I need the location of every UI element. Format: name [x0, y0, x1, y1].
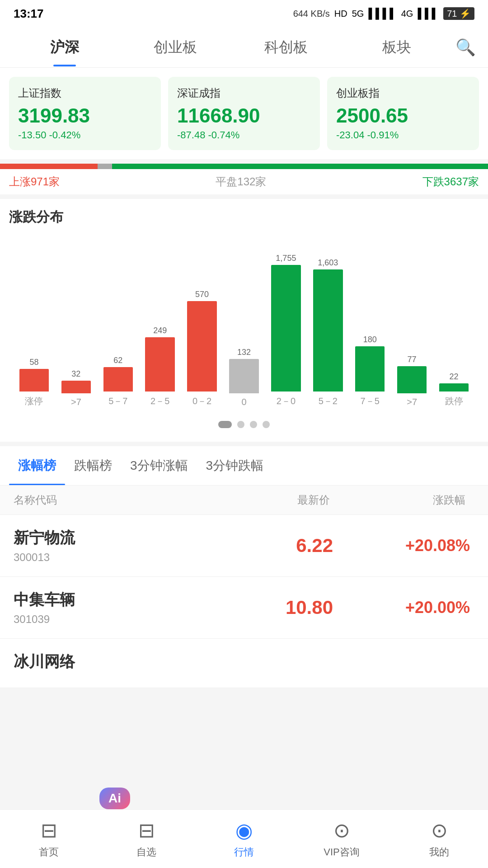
index-card-shangzheng[interactable]: 上证指数 3199.83 -13.50 -0.42% [9, 77, 161, 150]
battery-indicator: 71 ⚡ [443, 7, 474, 20]
stock-info-2: 中集车辆 301039 [14, 590, 196, 626]
stock-info-3: 冰川网络 [14, 651, 196, 675]
bar-zhangting: 58 涨停 [14, 254, 55, 407]
rankings-section: 涨幅榜 跌幅榜 3分钟涨幅 3分钟跌幅 名称代码 最新价 涨跌幅 新宁物流 30… [0, 446, 488, 688]
bar-0-2-red: 570 0－2 [182, 254, 223, 407]
bar-0-gray: 132 0 [224, 254, 265, 407]
index-change-shenzhen: -87.48 -0.74% [177, 129, 311, 141]
status-right: 644 KB/s HD 5G ▌▌▌▌ 4G ▌▌▌ 71 ⚡ [293, 7, 474, 20]
nav-home[interactable]: ⊟ 首页 [0, 819, 98, 859]
index-change-chuangye: -23.04 -0.91% [336, 129, 470, 141]
vip-icon: ⊙ [333, 819, 350, 842]
stock-price-1: 6.22 [196, 535, 333, 557]
index-value-shenzhen: 11668.90 [177, 105, 311, 127]
stock-price-2: 10.80 [196, 597, 333, 618]
dot-2[interactable] [237, 421, 244, 428]
network-speed: 644 KB/s [293, 9, 330, 19]
nav-vip[interactable]: ⊙ VIP咨询 [293, 819, 390, 859]
stock-name-1: 新宁物流 [14, 528, 196, 548]
nav-watchlist-label: 自选 [136, 845, 156, 859]
bar-5-2-green: 1,603 5－2 [307, 254, 348, 407]
rankings-tabs: 涨幅榜 跌幅榜 3分钟涨幅 3分钟跌幅 [0, 446, 488, 486]
4g-icon: 4G [401, 9, 413, 19]
bar-2-0-green: 1,755 2－0 [265, 254, 306, 407]
5g-icon: 5G [352, 9, 364, 19]
status-bar: 13:17 644 KB/s HD 5G ▌▌▌▌ 4G ▌▌▌ 71 ⚡ [0, 0, 488, 27]
mine-icon: ⊙ [431, 819, 448, 842]
bar-5-7-red: 62 5－7 [98, 254, 139, 407]
stock-change-2: +20.00% [333, 598, 474, 617]
breadth-section: 上涨971家 平盘132家 下跌3637家 [0, 164, 488, 194]
index-value-chuangye: 2500.65 [336, 105, 470, 127]
index-name-shenzhen: 深证成指 [177, 86, 311, 100]
stock-item[interactable]: 新宁物流 300013 6.22 +20.08% [0, 515, 488, 577]
stock-change-1: +20.08% [333, 536, 474, 555]
bottom-nav: ⊟ 首页 ⊟ 自选 ◉ 行情 ⊙ VIP咨询 ⊙ 我的 Ai [0, 809, 488, 868]
index-cards: 上证指数 3199.83 -13.50 -0.42% 深证成指 11668.90… [0, 68, 488, 159]
nav-tabs: 沪深 创业板 科创板 板块 🔍 [0, 27, 488, 68]
dot-4[interactable] [263, 421, 270, 428]
tab-3min-rise[interactable]: 3分钟涨幅 [121, 446, 197, 485]
search-icon: 🔍 [455, 38, 476, 57]
stock-item[interactable]: 冰川网络 [0, 639, 488, 688]
stock-item[interactable]: 中集车辆 301039 10.80 +20.00% [0, 577, 488, 639]
header-change: 涨跌幅 [330, 493, 474, 507]
pagination-dots [9, 416, 479, 428]
bar-gt7-green: 77 >7 [391, 254, 432, 407]
hd-icon: HD [334, 9, 347, 19]
stock-code-1: 300013 [14, 551, 196, 564]
header-price: 最新价 [194, 493, 330, 507]
breadth-bar-rise [0, 164, 98, 169]
stock-name-2: 中集车辆 [14, 590, 196, 610]
signal2-icon: ▌▌▌ [418, 8, 439, 19]
signal-icon: ▌▌▌▌ [368, 8, 396, 19]
status-time: 13:17 [14, 7, 44, 21]
distribution-section: 涨跌分布 58 涨停 32 >7 62 5－7 249 [0, 199, 488, 442]
stock-code-2: 301039 [14, 613, 196, 626]
watchlist-icon: ⊟ [138, 819, 155, 842]
bar-dieting: 22 跌停 [433, 254, 474, 407]
breadth-labels: 上涨971家 平盘132家 下跌3637家 [0, 169, 488, 194]
distribution-title: 涨跌分布 [9, 208, 479, 226]
header-name: 名称代码 [14, 493, 194, 507]
bar-2-5-red: 249 2－5 [140, 254, 181, 407]
bar-gt7-red: 32 >7 [56, 254, 97, 407]
nav-mine[interactable]: ⊙ 我的 [390, 819, 488, 859]
stock-name-3: 冰川网络 [14, 651, 196, 672]
rankings-header: 名称代码 最新价 涨跌幅 [0, 486, 488, 515]
tab-bankuai[interactable]: 板块 [341, 28, 452, 66]
tab-chuangye[interactable]: 创业板 [120, 28, 230, 66]
index-card-shenzhen[interactable]: 深证成指 11668.90 -87.48 -0.74% [168, 77, 320, 150]
chart-bars: 58 涨停 32 >7 62 5－7 249 2－5 [14, 254, 474, 407]
index-value-shangzheng: 3199.83 [18, 105, 152, 127]
ai-badge[interactable]: Ai [99, 788, 130, 809]
tab-rise-rank[interactable]: 涨幅榜 [9, 446, 65, 485]
nav-vip-label: VIP咨询 [324, 845, 359, 859]
tab-3min-fall[interactable]: 3分钟跌幅 [197, 446, 273, 485]
dot-1[interactable] [218, 421, 232, 428]
index-name-shangzheng: 上证指数 [18, 86, 152, 100]
breadth-fall-label: 下跌3637家 [422, 175, 479, 189]
home-icon: ⊟ [41, 819, 57, 842]
tab-kechuang[interactable]: 科创板 [230, 28, 341, 66]
breadth-flat-label: 平盘132家 [216, 175, 266, 189]
index-name-chuangye: 创业板指 [336, 86, 470, 100]
nav-home-label: 首页 [39, 845, 59, 859]
breadth-rise-label: 上涨971家 [9, 175, 60, 189]
tab-husheng[interactable]: 沪深 [9, 28, 120, 66]
stock-info-1: 新宁物流 300013 [14, 528, 196, 564]
breadth-bar [0, 164, 488, 169]
breadth-bar-fall [112, 164, 488, 169]
nav-mine-label: 我的 [429, 845, 449, 859]
market-icon: ◉ [235, 819, 253, 842]
nav-market-label: 行情 [234, 845, 254, 859]
search-button[interactable]: 🔍 [452, 38, 479, 57]
bar-7-5-green: 180 7－5 [349, 254, 390, 407]
index-card-chuangye[interactable]: 创业板指 2500.65 -23.04 -0.91% [327, 77, 479, 150]
distribution-chart: 58 涨停 32 >7 62 5－7 249 2－5 [9, 236, 479, 416]
nav-market[interactable]: ◉ 行情 [195, 819, 293, 859]
index-change-shangzheng: -13.50 -0.42% [18, 129, 152, 141]
dot-3[interactable] [250, 421, 257, 428]
tab-fall-rank[interactable]: 跌幅榜 [65, 446, 121, 485]
nav-watchlist[interactable]: ⊟ 自选 [98, 819, 195, 859]
